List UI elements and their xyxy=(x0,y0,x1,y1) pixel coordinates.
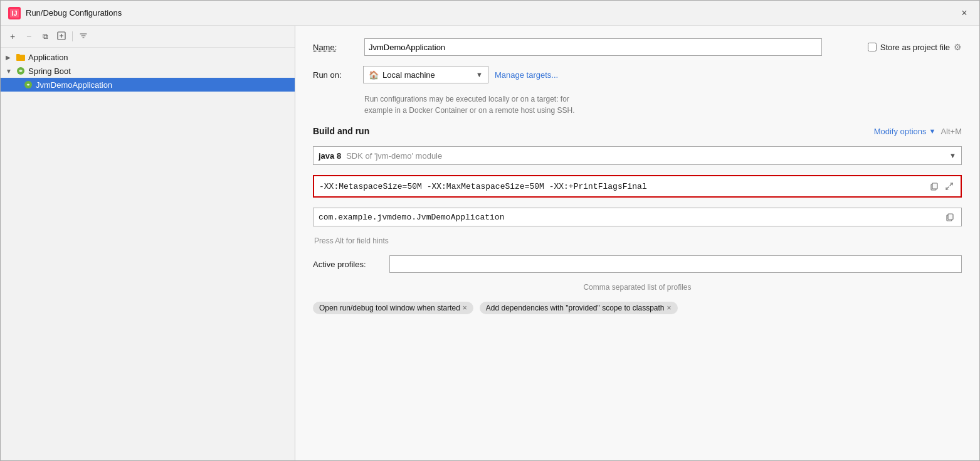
store-project-checkbox[interactable] xyxy=(868,43,877,51)
store-project-label: Store as project file xyxy=(880,43,950,52)
sdk-hint: SDK of 'jvm-demo' module xyxy=(346,151,442,161)
main-class-copy-icon[interactable] xyxy=(944,211,956,223)
app-icon: IJ xyxy=(8,7,21,19)
run-on-dropdown[interactable]: 🏠 Local machine ▼ xyxy=(363,66,488,83)
left-toolbar: + − ⧉ xyxy=(1,26,295,48)
build-run-title: Build and run xyxy=(313,126,369,136)
tag-add-dependencies: Add dependencies with "provided" scope t… xyxy=(480,302,678,314)
toolbar-separator xyxy=(72,31,73,41)
run-on-label: Run on: xyxy=(313,70,357,80)
main-class-text[interactable]: com.example.jvmdemo.JvmDemoApplication xyxy=(319,213,504,222)
sdk-chevron-icon: ▼ xyxy=(949,152,956,159)
store-project-row: Store as project file ⚙ xyxy=(868,42,962,52)
folder-icon xyxy=(16,52,26,62)
active-profiles-label: Active profiles: xyxy=(313,260,382,269)
expand-icon-spring-boot: ▼ xyxy=(6,68,13,75)
close-button[interactable]: × xyxy=(957,6,972,21)
modify-options-label: Modify options xyxy=(874,127,927,136)
build-run-header: Build and run Modify options ▼ Alt+M xyxy=(313,126,962,136)
vm-options-box: -XX:MetaspaceSize=50M -XX:MaxMetaspaceSi… xyxy=(313,175,962,198)
run-on-value: Local machine xyxy=(382,70,472,80)
dialog-title: Run/Debug Configurations xyxy=(26,8,122,18)
run-on-hint-line2: example in a Docker Container or on a re… xyxy=(364,106,575,115)
run-debug-dialog: IJ Run/Debug Configurations × + − ⧉ xyxy=(0,0,980,461)
title-bar: IJ Run/Debug Configurations × xyxy=(1,1,979,26)
tag-open-tool-window-close[interactable]: × xyxy=(463,304,467,312)
sdk-value: java 8 xyxy=(319,151,341,161)
main-class-row: com.example.jvmdemo.JvmDemoApplication xyxy=(313,208,962,226)
tag-open-tool-window-label: Open run/debug tool window when started xyxy=(319,304,460,312)
spring-boot-icon xyxy=(16,66,26,76)
modify-options-area: Modify options ▼ Alt+M xyxy=(874,127,962,136)
svg-text:IJ: IJ xyxy=(11,9,17,17)
expand-icon-application: ▶ xyxy=(6,54,13,61)
modify-options-link[interactable]: Modify options ▼ xyxy=(874,127,936,136)
application-label: Application xyxy=(28,53,68,62)
run-on-hint: Run configurations may be executed local… xyxy=(313,93,962,116)
save-as-template-button[interactable] xyxy=(55,29,68,43)
vm-options-expand-icon[interactable] xyxy=(943,180,956,193)
title-bar-left: IJ Run/Debug Configurations xyxy=(8,7,122,19)
run-on-row: Run on: 🏠 Local machine ▼ Manage targets… xyxy=(313,66,962,83)
name-label: Name: xyxy=(313,43,357,52)
tree-item-jvm-demo[interactable]: JvmDemoApplication xyxy=(1,78,295,92)
sdk-row[interactable]: java 8 SDK of 'jvm-demo' module ▼ xyxy=(313,146,962,165)
run-on-hint-line1: Run configurations may be executed local… xyxy=(364,95,569,103)
run-on-chevron: ▼ xyxy=(476,71,483,78)
vm-options-copy-icon[interactable] xyxy=(928,180,940,193)
spring-boot-label: Spring Boot xyxy=(28,66,71,76)
tree-item-spring-boot[interactable]: ▼ Spring Boot xyxy=(1,64,295,78)
add-config-button[interactable]: + xyxy=(6,29,19,43)
tree-item-application[interactable]: ▶ Application xyxy=(1,50,295,64)
jvm-demo-icon xyxy=(23,80,33,90)
content-area: + − ⧉ xyxy=(1,26,979,460)
vm-options-actions xyxy=(928,180,956,193)
vm-options-text[interactable]: -XX:MetaspaceSize=50M -XX:MaxMetaspaceSi… xyxy=(319,182,928,191)
gear-icon[interactable]: ⚙ xyxy=(954,42,962,52)
house-icon: 🏠 xyxy=(369,70,379,80)
svg-rect-7 xyxy=(932,183,937,189)
chevron-down-icon: ▼ xyxy=(929,127,936,135)
tree-area: ▶ Application ▼ xyxy=(1,48,295,460)
active-profiles-row: Active profiles: xyxy=(313,255,962,273)
profiles-hint: Comma separated list of profiles xyxy=(313,283,962,292)
name-row: Name: Store as project file ⚙ xyxy=(313,38,962,56)
tag-add-dependencies-label: Add dependencies with "provided" scope t… xyxy=(486,304,665,312)
remove-config-button[interactable]: − xyxy=(22,29,36,43)
manage-targets-link[interactable]: Manage targets... xyxy=(495,70,558,80)
name-input[interactable] xyxy=(364,38,822,56)
copy-config-button[interactable]: ⧉ xyxy=(38,29,52,43)
tag-open-tool-window: Open run/debug tool window when started … xyxy=(313,302,473,314)
jvm-demo-label: JvmDemoApplication xyxy=(36,80,112,90)
active-profiles-input[interactable] xyxy=(389,255,962,273)
left-panel: + − ⧉ xyxy=(1,26,295,460)
right-panel: Name: Store as project file ⚙ Run on: 🏠 … xyxy=(295,26,979,460)
modify-options-shortcut: Alt+M xyxy=(940,127,962,136)
tags-row: Open run/debug tool window when started … xyxy=(313,302,962,314)
svg-rect-9 xyxy=(948,214,953,220)
tag-add-dependencies-close[interactable]: × xyxy=(667,304,672,312)
field-hint: Press Alt for field hints xyxy=(313,236,962,245)
sort-button[interactable] xyxy=(76,29,90,43)
